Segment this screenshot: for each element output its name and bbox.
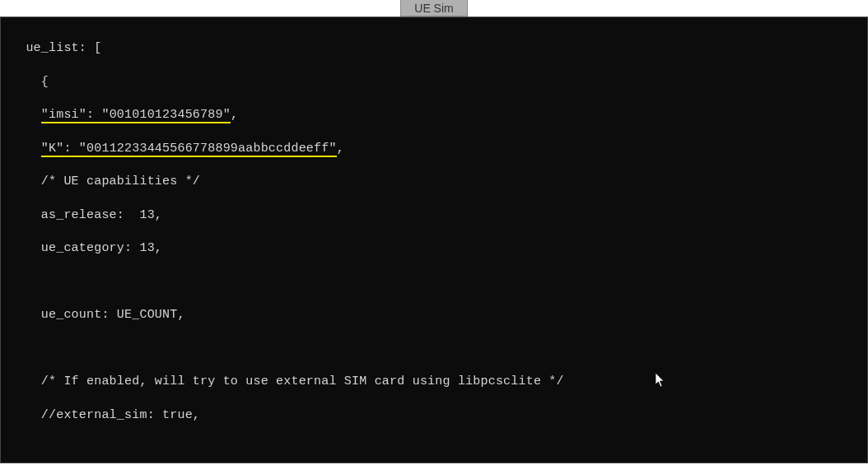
code-line: { [11,74,857,91]
trail: , [337,142,344,156]
code-line: /* If enabled, will try to use external … [11,374,857,390]
indent [11,108,41,122]
code-line: as_release: 13, [11,207,857,224]
code-line: ue_category: 13, [11,240,857,257]
code-line [11,274,857,291]
trail: , [231,108,238,122]
k-value: "00112233445566778899aabbccddeeff" [79,142,337,157]
code-line-imsi: "imsi": "001010123456789", [11,107,857,123]
code-line: /* UE capabilities */ [11,174,857,190]
tab-bar: UE Sim [0,0,868,16]
code-line: //external_sim: true, [11,407,857,424]
imsi-value: "001010123456789" [101,108,230,123]
imsi-key: "imsi" [41,108,86,123]
code-viewer: ue_list: [ { "imsi": "001010123456789", … [0,16,868,463]
k-sep: : [63,142,78,157]
code-line-k: "K": "00112233445566778899aabbccddeeff", [11,141,857,157]
indent [11,142,41,156]
code-line [11,341,857,357]
k-key: "K" [41,142,64,157]
code-line [11,440,857,457]
tab-ue-sim[interactable]: UE Sim [400,0,467,16]
code-line: ue_list: [ [11,40,857,57]
imsi-sep: : [86,108,101,123]
code-line: ue_count: UE_COUNT, [11,307,857,323]
